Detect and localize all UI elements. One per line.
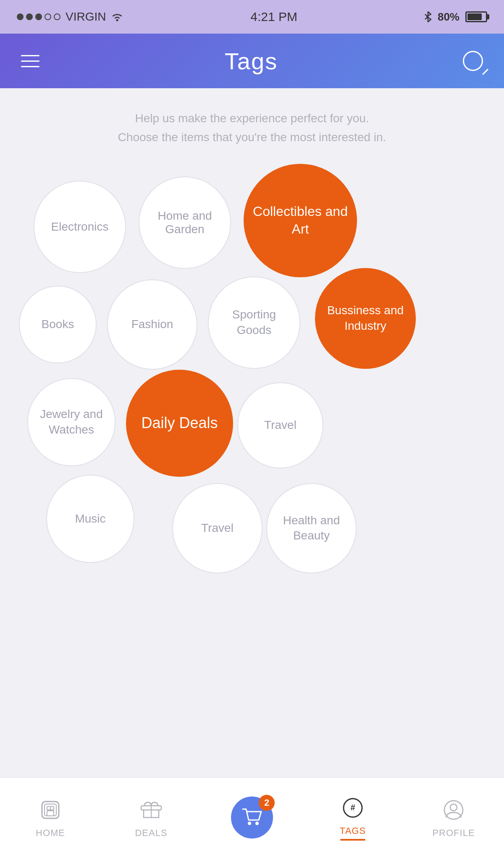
svg-rect-3	[47, 807, 50, 810]
tags-active-indicator	[340, 839, 365, 841]
tab-profile-label: PROFILE	[432, 828, 475, 839]
tab-home-label: HOME	[36, 828, 65, 839]
tab-tags-label: TAGS	[340, 825, 366, 836]
bluetooth-icon	[424, 11, 432, 23]
bubbles-container: Electronics Home and Garden Collectibles…	[8, 172, 496, 836]
status-bar-left: VIRGIN	[17, 10, 123, 24]
nav-bar: Tags	[0, 34, 504, 88]
battery-fill	[467, 13, 482, 20]
wifi-icon	[111, 12, 123, 21]
bubble-collectibles-art[interactable]: Collectibles and Art	[244, 164, 357, 277]
tab-tags[interactable]: # TAGS	[302, 794, 403, 841]
tab-cart[interactable]: 2	[202, 797, 302, 839]
bubble-fashion[interactable]: Fashion	[107, 279, 197, 370]
subtitle-line2: Choose the items that you're the most in…	[118, 131, 386, 144]
signal-dots	[17, 13, 60, 20]
cart-badge: 2	[259, 795, 275, 811]
bubble-sporting-goods[interactable]: Sporting Goods	[208, 276, 300, 369]
svg-point-8	[248, 822, 251, 825]
status-bar: VIRGIN 4:21 PM 80%	[0, 0, 504, 34]
deals-icon	[138, 797, 165, 823]
tab-home[interactable]: HOME	[0, 797, 101, 839]
status-bar-right: 80%	[424, 11, 487, 24]
svg-rect-5	[47, 811, 54, 816]
bubble-electronics[interactable]: Electronics	[34, 181, 126, 273]
bubble-jewelry-watches[interactable]: Jewelry and Watches	[27, 378, 116, 466]
bubble-health-beauty[interactable]: Health and Beauty	[266, 483, 357, 573]
tab-deals[interactable]: DEALS	[101, 797, 202, 839]
subtitle-line1: Help us make the experience perfect for …	[135, 112, 369, 125]
tab-deals-label: DEALS	[135, 828, 167, 839]
home-icon	[37, 797, 64, 823]
tags-icon: #	[339, 794, 366, 821]
subtitle-text: Help us make the experience perfect for …	[8, 109, 496, 147]
tab-profile[interactable]: PROFILE	[403, 797, 504, 839]
main-content: Help us make the experience perfect for …	[0, 88, 504, 836]
bubble-travel2[interactable]: Travel	[172, 483, 262, 573]
page-title: Tags	[225, 47, 278, 75]
tab-bar: HOME DEALS 2	[0, 777, 504, 857]
carrier-label: VIRGIN	[66, 10, 106, 24]
svg-rect-4	[50, 807, 54, 810]
bubble-home-garden[interactable]: Home and Garden	[139, 176, 231, 269]
status-bar-time: 4:21 PM	[250, 10, 297, 24]
battery-percent: 80%	[438, 11, 459, 24]
profile-icon	[440, 797, 467, 823]
bubble-travel1[interactable]: Travel	[237, 382, 323, 468]
hamburger-button[interactable]	[21, 55, 39, 67]
svg-point-9	[255, 822, 259, 825]
bubble-music[interactable]: Music	[46, 475, 134, 563]
svg-point-12	[444, 801, 463, 819]
bubble-bussiness-industry[interactable]: Bussiness and Industry	[315, 268, 416, 369]
svg-point-13	[450, 804, 457, 811]
search-button[interactable]	[463, 51, 483, 71]
cart-icon: 2	[231, 797, 273, 839]
svg-text:#: #	[350, 803, 355, 812]
bubble-books[interactable]: Books	[19, 286, 97, 363]
svg-point-0	[116, 19, 118, 21]
bubble-daily-deals[interactable]: Daily Deals	[126, 370, 233, 477]
battery-icon	[465, 11, 487, 22]
